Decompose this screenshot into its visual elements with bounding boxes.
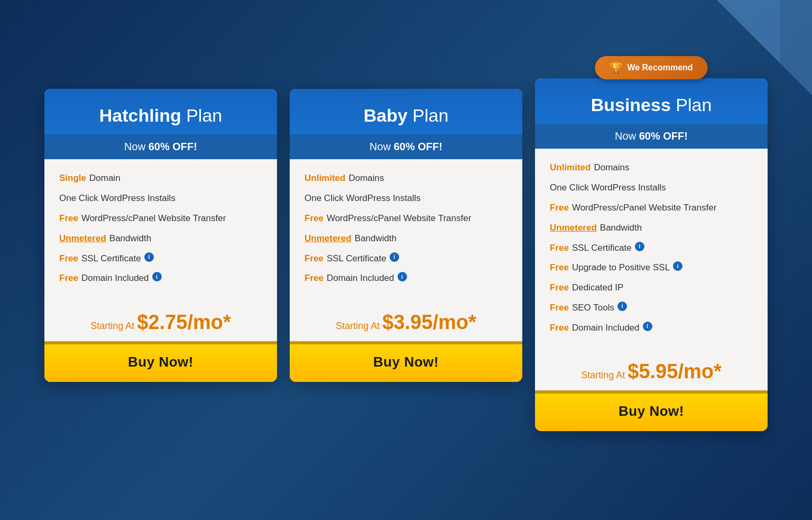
plan-title-bold: Baby <box>364 105 408 125</box>
feature-highlight: Single <box>59 172 86 185</box>
feature-text: SSL Certificate <box>572 242 632 254</box>
feature-highlight: Unmetered <box>59 232 106 245</box>
feature-text: One Click WordPress Installs <box>59 192 176 205</box>
feature-text: Domain Included <box>572 322 640 334</box>
feature-item: Free Domain Includedi <box>304 272 508 285</box>
feature-item: Unmetered Bandwidth <box>550 222 753 234</box>
plan-title-plain: Plan <box>671 95 712 115</box>
info-icon[interactable]: i <box>398 272 407 281</box>
plan-title-plain: Plan <box>181 105 223 125</box>
plan-title: Business Plan <box>546 94 757 116</box>
plan-discount-text: Now 60% OFF! <box>300 141 512 153</box>
feature-item: Single Domain <box>59 172 262 185</box>
plan-header: Business Plan Now 60% OFF! <box>535 78 768 149</box>
plan-pricing: Starting At $3.95/mo* <box>290 300 522 342</box>
info-icon[interactable]: i <box>390 252 399 262</box>
feature-text: Bandwidth <box>600 222 642 234</box>
feature-highlight: Unlimited <box>304 172 345 185</box>
feature-item: Unlimited Domains <box>550 161 753 174</box>
plan-discount-text: Now 60% OFF! <box>55 141 266 153</box>
plan-discount-bold: 60% OFF! <box>394 141 442 152</box>
feature-highlight: Free <box>550 261 569 274</box>
feature-text: WordPress/cPanel Website Transfer <box>327 212 471 225</box>
feature-highlight: Free <box>304 252 324 265</box>
plan-price: $5.95/mo* <box>628 360 721 382</box>
plan-header: Baby Plan Now 60% OFF! <box>290 89 522 160</box>
feature-item: Unmetered Bandwidth <box>59 232 262 245</box>
feature-text: One Click WordPress Installs <box>304 192 421 205</box>
feature-text: Domain Included <box>327 272 394 285</box>
feature-highlight: Free <box>59 212 78 225</box>
feature-text: Domains <box>348 172 384 185</box>
plan-starting-at: Starting At $3.95/mo* <box>304 311 508 334</box>
info-icon[interactable]: i <box>617 302 627 311</box>
feature-text: Dedicated IP <box>572 281 623 294</box>
feature-text: SSL Certificate <box>81 252 141 265</box>
plan-starting-at: Starting At $5.95/mo* <box>550 360 753 383</box>
plan-card-hatchling: Hatchling Plan Now 60% OFF! Single Domai… <box>44 89 277 382</box>
feature-highlight: Free <box>550 202 569 214</box>
feature-highlight: Free <box>59 272 78 285</box>
plan-features: Unlimited Domains One Click WordPress In… <box>535 149 768 350</box>
plan-title-bold: Business <box>591 95 671 115</box>
plan-discount: Now 60% OFF! <box>290 134 522 159</box>
plan-discount: Now 60% OFF! <box>44 134 277 159</box>
feature-item: Free SSL Certificatei <box>59 252 262 265</box>
feature-item: Free Domain Includedi <box>550 322 753 334</box>
feature-highlight: Unmetered <box>550 222 597 234</box>
info-icon[interactable]: i <box>635 242 644 251</box>
plan-starting-at: Starting At $2.75/mo* <box>59 311 262 334</box>
feature-text: Upgrade to Positive SSL <box>572 261 670 274</box>
buy-now-button[interactable]: Buy Now! <box>290 342 522 382</box>
info-icon[interactable]: i <box>673 261 682 271</box>
feature-text: Domain <box>89 172 121 185</box>
plan-discount: Now 60% OFF! <box>535 124 768 149</box>
feature-item: One Click WordPress Installs <box>550 181 753 194</box>
feature-item: One Click WordPress Installs <box>59 192 262 205</box>
feature-item: Free SSL Certificatei <box>550 242 753 254</box>
feature-text: Domains <box>594 161 629 174</box>
feature-item: Free Dedicated IP <box>550 281 753 294</box>
feature-highlight: Free <box>550 302 569 314</box>
info-icon[interactable]: i <box>643 322 652 331</box>
plan-discount-bold: 60% OFF! <box>639 130 688 142</box>
feature-text: WordPress/cPanel Website Transfer <box>81 212 226 225</box>
plan-price: $3.95/mo* <box>382 311 476 333</box>
buy-now-button[interactable]: Buy Now! <box>44 342 277 382</box>
feature-text: Bandwidth <box>109 232 151 245</box>
feature-item: Free WordPress/cPanel Website Transfer <box>550 202 753 214</box>
feature-highlight: Free <box>550 281 569 294</box>
feature-highlight: Unlimited <box>550 161 590 174</box>
buy-now-button[interactable]: Buy Now! <box>535 391 768 431</box>
feature-item: Free WordPress/cPanel Website Transfer <box>59 212 262 225</box>
info-icon[interactable]: i <box>144 252 154 262</box>
feature-text: One Click WordPress Installs <box>550 181 666 194</box>
feature-item: Free Domain Includedi <box>59 272 262 285</box>
feature-item: Unmetered Bandwidth <box>304 232 508 245</box>
feature-text: SSL Certificate <box>327 252 386 265</box>
feature-highlight: Free <box>550 322 569 334</box>
feature-item: Free Upgrade to Positive SSLi <box>550 261 753 274</box>
feature-text: Bandwidth <box>355 232 396 245</box>
plan-card-business: 🏆 We Recommend Business Plan Now 60% OFF… <box>535 78 768 432</box>
plan-features: Single Domain One Click WordPress Instal… <box>44 159 277 300</box>
feature-text: WordPress/cPanel Website Transfer <box>572 202 716 214</box>
plan-title-bold: Hatchling <box>99 105 181 125</box>
pricing-section: Hatchling Plan Now 60% OFF! Single Domai… <box>23 57 789 463</box>
plan-features: Unlimited Domains One Click WordPress In… <box>290 159 522 300</box>
plan-discount-text: Now 60% OFF! <box>546 130 757 142</box>
recommend-label: We Recommend <box>627 63 693 72</box>
recommend-badge: 🏆 We Recommend <box>595 56 707 79</box>
feature-text: SEO Tools <box>572 302 614 314</box>
feature-highlight: Unmetered <box>304 232 352 245</box>
feature-highlight: Free <box>59 252 78 265</box>
feature-text: Domain Included <box>81 272 149 285</box>
feature-highlight: Free <box>304 272 324 285</box>
plan-header: Hatchling Plan Now 60% OFF! <box>44 89 277 160</box>
feature-highlight: Free <box>304 212 324 225</box>
plan-title: Hatchling Plan <box>55 105 266 126</box>
feature-item: One Click WordPress Installs <box>304 192 508 205</box>
feature-item: Free SEO Toolsi <box>550 302 753 314</box>
feature-item: Free SSL Certificatei <box>304 252 508 265</box>
info-icon[interactable]: i <box>152 272 162 281</box>
